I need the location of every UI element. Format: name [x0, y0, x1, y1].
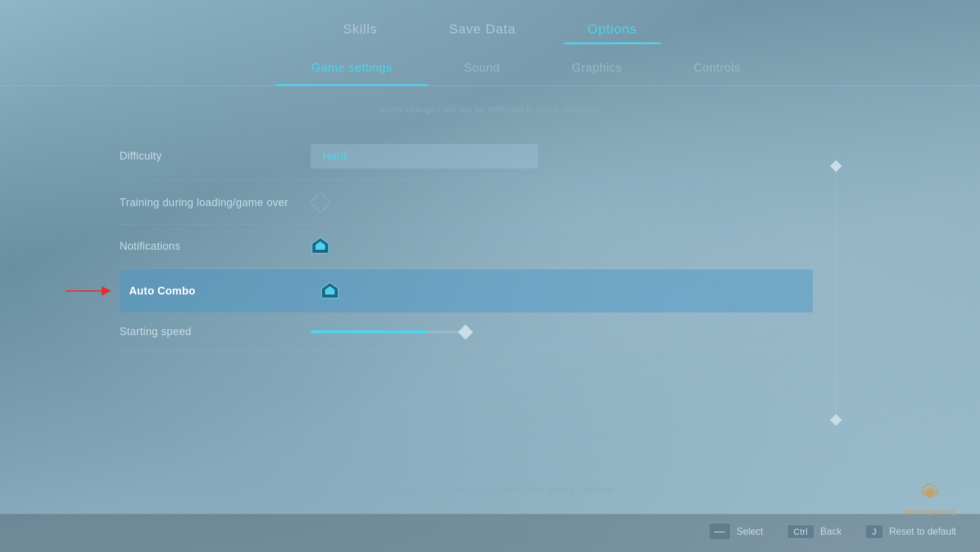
setting-starting-speed[interactable]: Starting speed: [120, 314, 813, 351]
difficulty-control[interactable]: Hard: [311, 144, 538, 168]
setting-difficulty[interactable]: Difficulty Hard: [120, 132, 813, 181]
toggle-off-icon[interactable]: [311, 193, 330, 212]
top-nav: Skills Save Data Options: [0, 0, 980, 44]
logo-text: whatifgaming: [903, 507, 956, 516]
svg-rect-0: [311, 193, 330, 212]
arrow-head: [102, 286, 111, 296]
sub-nav: Game settings Sound Graphics Controls: [0, 55, 980, 86]
difficulty-value[interactable]: Hard: [311, 144, 538, 168]
select-label: Select: [737, 526, 763, 537]
starting-speed-control[interactable]: [311, 330, 502, 333]
notifications-control[interactable]: [311, 237, 330, 256]
select-key-badge: —: [709, 523, 731, 540]
slider-container[interactable]: [311, 330, 502, 333]
toggle-on-auto-combo-icon[interactable]: [320, 281, 339, 300]
back-label: Back: [820, 526, 842, 537]
tab-skills[interactable]: Skills: [307, 17, 413, 44]
arrow-line: [66, 290, 102, 292]
scrollbar[interactable]: [835, 162, 837, 424]
hint-back: Ctrl Back: [787, 525, 841, 539]
notifications-label: Notifications: [120, 240, 299, 253]
hint-reset: J Reset to default: [865, 525, 956, 539]
auto-combo-label: Auto Combo: [129, 285, 308, 298]
settings-area: Some changes will not be reflected in so…: [0, 86, 980, 514]
logo-icon: whatifgaming: [903, 481, 956, 516]
scrollbar-track[interactable]: [836, 173, 837, 413]
warning-text: Some changes will not be reflected in so…: [120, 104, 860, 114]
subtab-controls[interactable]: Controls: [658, 55, 776, 85]
toggle-on-notifications-icon[interactable]: [311, 237, 330, 256]
subtab-graphics[interactable]: Graphics: [536, 55, 658, 85]
auto-combo-control[interactable]: [320, 281, 339, 300]
slider-handle[interactable]: [458, 324, 473, 339]
reset-key-badge: J: [865, 525, 883, 539]
setting-auto-combo[interactable]: Auto Combo: [120, 269, 813, 312]
setting-description: Set whether Auto Combo activates skills …: [120, 473, 860, 514]
arrow-indicator: [66, 286, 111, 296]
bottom-bar: — Select Ctrl Back J Reset to default wh…: [0, 514, 980, 552]
training-label: Training during loading/game over: [120, 197, 299, 209]
settings-list: Difficulty Hard Training during loading/…: [120, 132, 860, 473]
logo-area: whatifgaming: [903, 481, 956, 516]
tab-save-data[interactable]: Save Data: [413, 17, 552, 44]
setting-training[interactable]: Training during loading/game over: [120, 181, 813, 225]
difficulty-label: Difficulty: [120, 150, 299, 162]
slider-track[interactable]: [311, 330, 466, 333]
settings-wrapper: Difficulty Hard Training during loading/…: [120, 132, 860, 514]
slider-fill: [311, 330, 427, 333]
reset-label: Reset to default: [889, 526, 956, 537]
training-control[interactable]: [311, 193, 330, 212]
hint-select: — Select: [709, 523, 763, 540]
main-content: Skills Save Data Options Game settings S…: [0, 0, 980, 552]
starting-speed-label: Starting speed: [120, 326, 299, 338]
subtab-sound[interactable]: Sound: [428, 55, 535, 85]
setting-notifications[interactable]: Notifications: [120, 225, 813, 268]
back-key-badge: Ctrl: [787, 525, 814, 539]
subtab-game-settings[interactable]: Game settings: [275, 55, 428, 85]
tab-options[interactable]: Options: [552, 17, 673, 44]
